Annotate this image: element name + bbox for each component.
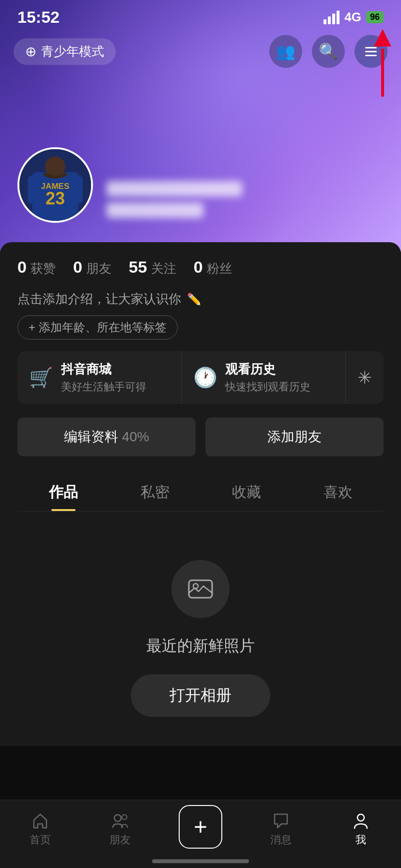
username-blur-line-2 [107, 202, 203, 218]
create-button[interactable]: + [179, 805, 222, 849]
stats-row: 0 获赞 0 朋友 55 关注 0 粉丝 [17, 258, 384, 277]
home-indicator [152, 859, 249, 863]
plus-icon: + [194, 815, 207, 838]
svg-point-8 [193, 584, 198, 589]
empty-title: 最近的新鲜照片 [146, 636, 255, 657]
following-label: 关注 [151, 260, 176, 277]
avatar-area: 23 JAMES [17, 147, 242, 223]
friends-label: 朋友 [86, 260, 111, 277]
stat-likes: 0 获赞 [17, 258, 56, 277]
arrow-line [381, 48, 384, 97]
nav-friends-label: 朋友 [109, 833, 131, 847]
arrow-head [374, 29, 391, 46]
username-blurred [107, 181, 242, 223]
nav-right-icons: 👥 🔍 [269, 35, 387, 68]
svg-point-11 [357, 814, 364, 821]
open-album-label: 打开相册 [170, 686, 231, 704]
history-subtitle: 快速找到观看历史 [225, 380, 310, 394]
mall-icon: 🛒 [29, 366, 53, 389]
quick-link-mall[interactable]: 🛒 抖音商城 美好生活触手可得 [17, 351, 182, 404]
fans-label: 粉丝 [207, 260, 232, 277]
youth-mode-icon: ⊕ [25, 44, 36, 60]
friends-icon: 👥 [276, 42, 295, 61]
svg-rect-5 [28, 176, 36, 203]
quick-link-more[interactable]: ✳ [346, 358, 384, 398]
tab-collection[interactable]: 收藏 [200, 472, 292, 511]
username-blur-line-1 [107, 181, 242, 197]
add-tag-label: + 添加年龄、所在地等标签 [29, 320, 167, 335]
search-icon: 🔍 [319, 42, 338, 61]
bio-text[interactable]: 点击添加介绍，让大家认识你 ✏️ [17, 291, 384, 308]
add-tag-button[interactable]: + 添加年龄、所在地等标签 [17, 315, 178, 340]
signal-icon [324, 11, 339, 24]
friends-count: 0 [73, 258, 82, 277]
tab-private-label: 私密 [140, 484, 170, 500]
tab-works[interactable]: 作品 [17, 472, 109, 511]
home-icon [31, 811, 49, 830]
avatar[interactable]: 23 JAMES [17, 147, 93, 223]
status-icons: 4G 96 [324, 10, 384, 25]
bio-section: 点击添加介绍，让大家认识你 ✏️ + 添加年龄、所在地等标签 [17, 291, 384, 340]
svg-text:23: 23 [46, 188, 65, 208]
more-icon: ✳ [357, 368, 372, 388]
add-friend-button[interactable]: 添加朋友 [205, 418, 384, 456]
add-friend-label: 添加朋友 [267, 428, 322, 446]
avatar-image: 23 JAMES [19, 149, 91, 221]
nav-create[interactable]: + [176, 810, 225, 849]
empty-icon-circle [171, 560, 230, 618]
history-text: 观看历史 快速找到观看历史 [225, 361, 310, 394]
status-time: 15:52 [17, 8, 60, 27]
mall-text: 抖音商城 美好生活触手可得 [61, 361, 146, 394]
image-placeholder-icon [187, 575, 214, 603]
history-title: 观看历史 [225, 361, 310, 378]
hero-section: ⊕ 青少年模式 👥 🔍 [0, 0, 401, 252]
quick-link-history[interactable]: 🕐 观看历史 快速找到观看历史 [182, 351, 346, 404]
quick-links: 🛒 抖音商城 美好生活触手可得 🕐 观看历史 快速找到观看历史 ✳ [17, 351, 384, 404]
nav-me[interactable]: 我 [337, 811, 385, 847]
stat-friends: 0 朋友 [73, 258, 111, 277]
svg-point-9 [114, 815, 121, 822]
nav-friends-icon [111, 811, 129, 830]
status-bar: 15:52 4G 96 [0, 0, 401, 31]
tab-works-label: 作品 [49, 484, 78, 500]
stat-fans: 0 粉丝 [194, 258, 232, 277]
tab-private[interactable]: 私密 [109, 472, 200, 511]
battery-level: 96 [366, 11, 384, 23]
nav-home[interactable]: 首页 [16, 811, 64, 847]
edit-icon: ✏️ [187, 293, 201, 306]
search-icon-button[interactable]: 🔍 [312, 35, 345, 68]
nav-messages[interactable]: 消息 [257, 811, 305, 847]
action-buttons: 编辑资料 40% 添加朋友 [17, 418, 384, 456]
bottom-nav: 首页 朋友 + 消息 我 [0, 800, 401, 868]
svg-text:JAMES: JAMES [41, 182, 70, 191]
nav-me-label: 我 [355, 833, 366, 847]
svg-point-10 [122, 815, 127, 820]
nav-home-label: 首页 [30, 833, 51, 847]
stat-following: 55 关注 [129, 258, 176, 277]
following-count: 55 [129, 258, 147, 277]
mall-subtitle: 美好生活触手可得 [61, 380, 146, 394]
red-arrow-annotation [374, 29, 391, 97]
empty-state: 最近的新鲜照片 打开相册 [17, 512, 384, 746]
tab-likes[interactable]: 喜欢 [292, 472, 384, 511]
fans-count: 0 [194, 258, 203, 277]
tab-collection-label: 收藏 [232, 484, 261, 500]
top-nav: ⊕ 青少年模式 👥 🔍 [0, 35, 401, 68]
edit-profile-button[interactable]: 编辑资料 40% [17, 418, 196, 456]
history-icon: 🕐 [193, 366, 217, 389]
open-album-button[interactable]: 打开相册 [131, 674, 270, 717]
profile-content: 0 获赞 0 朋友 55 关注 0 粉丝 点击添加介绍，让大家认识你 ✏️ + … [0, 242, 401, 746]
svg-point-4 [45, 156, 65, 177]
likes-label: 获赞 [31, 260, 56, 277]
youth-mode-label: 青少年模式 [41, 43, 104, 60]
svg-rect-6 [75, 176, 83, 203]
friends-icon-button[interactable]: 👥 [269, 35, 302, 68]
youth-mode-button[interactable]: ⊕ 青少年模式 [14, 38, 116, 65]
tabs-row: 作品 私密 收藏 喜欢 [17, 472, 384, 512]
nav-friends[interactable]: 朋友 [96, 811, 144, 847]
messages-icon [272, 811, 290, 830]
me-icon [352, 811, 370, 830]
bio-placeholder: 点击添加介绍，让大家认识你 [17, 291, 181, 308]
mall-title: 抖音商城 [61, 361, 146, 378]
network-type: 4G [344, 10, 361, 25]
